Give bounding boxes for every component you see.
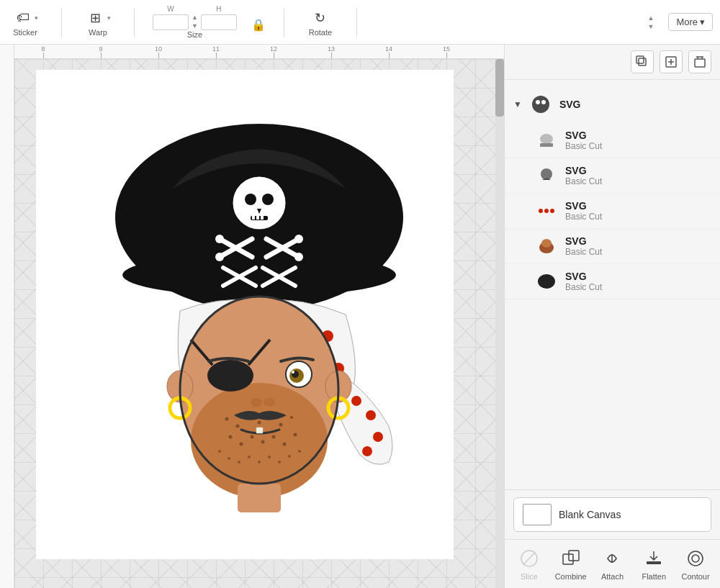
warp-tool[interactable]: ⊞ ▾ Warp xyxy=(80,8,116,37)
blank-canvas-area: Blank Canvas xyxy=(505,489,720,539)
add-layer-button[interactable] xyxy=(660,50,683,73)
svg-point-109 xyxy=(538,274,555,289)
svg-point-46 xyxy=(362,446,372,456)
rotate-tool: ↻ Rotate xyxy=(302,8,338,37)
pirate-illustration xyxy=(86,109,432,527)
ruler-top: 8 9 10 11 12 13 14 15 xyxy=(0,45,504,59)
svg-point-14 xyxy=(294,235,303,243)
attach-action[interactable]: Attach xyxy=(594,547,630,581)
width-input[interactable] xyxy=(153,14,189,30)
size-up-arrow[interactable]: ▲ xyxy=(192,14,198,21)
layer-name-5: SVG xyxy=(565,271,602,282)
size-tool: W ▲ ▼ H Size xyxy=(153,5,237,39)
layer-item-1[interactable]: SVG Basic Cut xyxy=(505,123,720,158)
layer-thumb-3 xyxy=(534,198,559,224)
slice-label: Slice xyxy=(521,572,538,581)
svg-point-1 xyxy=(122,253,396,297)
layer-item-2[interactable]: SVG Basic Cut xyxy=(505,158,720,194)
rotate-input-area: ▲ ▼ xyxy=(647,14,654,30)
svg-point-43 xyxy=(351,396,361,406)
svg-point-63 xyxy=(218,450,221,453)
slice-action[interactable]: Slice xyxy=(511,547,547,581)
ruler-mark-15: 15 xyxy=(418,45,475,58)
layer-item-3[interactable]: SVG Basic Cut xyxy=(505,194,720,229)
layer-info-5: SVG Basic Cut xyxy=(565,271,602,292)
ruler-mark-9: 9 xyxy=(72,45,130,58)
svg-point-69 xyxy=(278,461,281,463)
svg-point-108 xyxy=(541,239,552,248)
svg-point-117 xyxy=(692,555,699,562)
svg-point-16 xyxy=(294,253,303,261)
width-input-group: W xyxy=(153,5,189,30)
ruler-mark-11: 11 xyxy=(187,45,245,58)
svg-point-2 xyxy=(232,176,287,230)
contour-icon xyxy=(684,547,707,570)
svg-rect-89 xyxy=(639,58,646,65)
svg-point-80 xyxy=(251,398,262,407)
svg-point-13 xyxy=(215,235,224,243)
svg-rect-115 xyxy=(647,561,661,564)
sticker-caret: ▾ xyxy=(35,14,38,22)
svg-point-54 xyxy=(279,423,283,427)
ruler-mark-12: 12 xyxy=(245,45,302,58)
warp-icon: ⊞ xyxy=(86,8,106,28)
lock-icon-area[interactable]: 🔒 xyxy=(251,18,266,32)
svg-rect-102 xyxy=(540,143,553,147)
height-input[interactable] xyxy=(201,14,237,30)
svg-point-15 xyxy=(215,253,224,261)
contour-action[interactable]: Contour xyxy=(678,547,714,581)
toolbar: 🏷 ▾ Sticker ⊞ ▾ Warp W ▲ ▼ H S xyxy=(0,0,720,45)
more-caret: ▾ xyxy=(700,17,705,27)
duplicate-layer-button[interactable] xyxy=(631,50,654,73)
layer-info-4: SVG Basic Cut xyxy=(565,235,602,257)
svg-point-98 xyxy=(532,96,549,113)
contour-label: Contour xyxy=(682,572,710,581)
ruler-left xyxy=(0,45,14,588)
svg-rect-94 xyxy=(695,59,705,67)
canvas-area[interactable] xyxy=(14,59,504,588)
blank-canvas-button[interactable]: Blank Canvas xyxy=(513,497,711,532)
layer-group-svg[interactable]: ▼ SVG xyxy=(505,86,720,123)
svg-point-4 xyxy=(262,194,274,205)
svg-point-104 xyxy=(539,209,543,213)
svg-point-56 xyxy=(229,435,233,439)
size-down-arrow[interactable]: ▼ xyxy=(192,22,198,30)
sticker-icon: 🏷 xyxy=(13,8,33,28)
ruler-mark-8: 8 xyxy=(14,45,72,58)
svg-rect-113 xyxy=(569,551,579,561)
svg-point-62 xyxy=(294,433,297,437)
svg-point-81 xyxy=(264,398,275,407)
layer-subname-4: Basic Cut xyxy=(565,247,602,257)
layer-info-2: SVG Basic Cut xyxy=(565,165,602,186)
flatten-action[interactable]: Flatten xyxy=(636,547,672,581)
more-button[interactable]: More ▾ xyxy=(668,13,713,31)
more-label: More xyxy=(676,17,698,27)
rotate-icon: ↻ xyxy=(310,8,330,28)
sep4 xyxy=(356,8,357,37)
combine-action[interactable]: Combine xyxy=(553,547,589,581)
layer-subname-2: Basic Cut xyxy=(565,176,602,186)
svg-point-59 xyxy=(261,440,265,444)
svg-point-116 xyxy=(688,551,703,566)
svg-point-57 xyxy=(240,443,243,446)
width-label: W xyxy=(167,5,174,13)
layer-item-5[interactable]: SVG Basic Cut xyxy=(505,264,720,299)
svg-point-3 xyxy=(245,194,256,205)
sticker-tool[interactable]: 🏷 ▾ Sticker xyxy=(7,8,43,37)
layer-subname-1: Basic Cut xyxy=(565,141,602,151)
vertical-scrollbar[interactable] xyxy=(495,59,504,588)
blank-canvas-label: Blank Canvas xyxy=(559,509,621,520)
delete-layer-button[interactable] xyxy=(688,50,711,73)
sep3 xyxy=(284,8,284,37)
scrollbar-thumb[interactable] xyxy=(495,59,504,117)
svg-rect-87 xyxy=(238,484,281,512)
svg-rect-7 xyxy=(256,216,259,220)
ruler-mark-13: 13 xyxy=(302,45,360,58)
svg-point-99 xyxy=(536,100,540,104)
layer-item-4[interactable]: SVG Basic Cut xyxy=(505,229,720,264)
lock-icon: 🔒 xyxy=(251,18,266,32)
rotate-arrows[interactable]: ▲ ▼ xyxy=(647,14,654,30)
layer-thumb-4 xyxy=(534,233,559,259)
svg-point-61 xyxy=(283,443,287,446)
pirate-image-container xyxy=(72,88,446,548)
